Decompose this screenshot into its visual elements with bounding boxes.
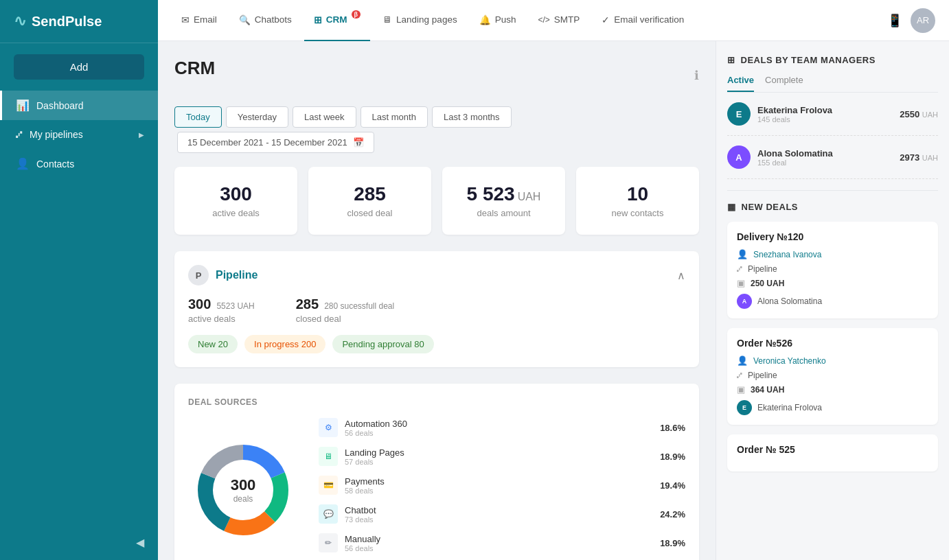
deal-sources-body: 300 deals ⚙ Automation 360 56 deals 1 (188, 418, 685, 560)
deal-delivery-120-title: Delivery №120 (737, 231, 928, 242)
topnav-push-label: Push (495, 14, 516, 25)
deal-pipeline-text-2: Pipeline (748, 371, 777, 380)
stat-active-deals: 300 active deals (174, 167, 297, 235)
topnav-landing-pages[interactable]: 🖥 Landing pages (373, 0, 467, 41)
deal-amount-row-2: ▣ 364 UAH (737, 384, 928, 395)
topnav-crm-label: CRM (326, 14, 347, 25)
deal-sources-card: DEAL SOURCES (174, 384, 699, 560)
deal-order-525: Order № 525 (727, 434, 938, 471)
badge-new[interactable]: New 20 (188, 335, 238, 353)
topnav-smtp-label: SMTP (554, 14, 580, 25)
topnav-chatbots-label: Chatbots (255, 14, 292, 25)
deal-contact-link[interactable]: Snezhana Ivanova (753, 250, 821, 259)
deals-by-managers-icon: ⊞ (727, 55, 735, 65)
right-divider-1 (727, 190, 938, 191)
sidebar-nav: 📊 Dashboard ⑇ My pipelines ▶ 👤 Contacts (0, 91, 158, 178)
deal-order-526: Order №526 👤 Veronica Yatchenko ⑇ Pipeli… (727, 328, 938, 425)
dashboard-icon: 📊 (16, 99, 30, 112)
stat-deals-amount: 5 523 UAH deals amount (442, 167, 565, 235)
topnav-email[interactable]: ✉ Email (172, 0, 227, 41)
collapse-button[interactable]: ◀ (136, 536, 144, 549)
topnav-push[interactable]: 🔔 Push (470, 0, 526, 41)
source-info-automation: Automation 360 56 deals (345, 419, 653, 437)
topnav-right: 📱 AR (887, 8, 935, 33)
pipeline-collapse-icon[interactable]: ∧ (677, 269, 685, 282)
donut-label: 300 deals (231, 476, 256, 504)
pipeline-closed-stat: 285 280 sucessfull deal closed deal (296, 296, 394, 324)
topnav-email-label: Email (194, 14, 217, 25)
crm-icon: ⊞ (314, 14, 322, 25)
main-area: ✉ Email 🔍 Chatbots ⊞ CRM β 🖥 Landing pag… (158, 0, 949, 560)
filter-last-month[interactable]: Last month (361, 106, 428, 128)
pipeline-stats: 300 5523 UAH active deals 285 280 sucess… (188, 296, 685, 324)
pipeline-name: Pipeline (216, 269, 258, 281)
source-info-manually: Manually 56 deals (345, 534, 653, 552)
assignee-avatar: A (737, 294, 752, 309)
sidebar-item-my-pipelines[interactable]: ⑇ My pipelines ▶ (0, 120, 158, 149)
stat-new-contacts: 10 new contacts (576, 167, 699, 235)
topnav: ✉ Email 🔍 Chatbots ⊞ CRM β 🖥 Landing pag… (158, 0, 949, 41)
calendar-icon: 📅 (353, 137, 364, 148)
donut-text: deals (231, 494, 256, 504)
chatbot-icon: 💬 (319, 504, 338, 524)
amount-icon-2: ▣ (737, 384, 745, 395)
pipeline-header: P Pipeline ∧ (188, 265, 685, 285)
email-verification-icon: ✓ (602, 14, 610, 25)
filter-last-week[interactable]: Last week (293, 106, 356, 128)
source-chatbot: 💬 Chatbot 73 deals 24.2% (319, 504, 685, 524)
closed-deals-label: closed deal (322, 208, 418, 218)
date-range-picker[interactable]: 15 December 2021 - 15 December 2021 📅 (177, 132, 374, 153)
manager-alona-info: Alona Solomatina 155 deal (757, 148, 893, 167)
source-payments: 💳 Payments 58 deals 19.4% (319, 476, 685, 495)
topnav-crm[interactable]: ⊞ CRM β (304, 0, 370, 41)
brand-name: SendPulse (32, 14, 102, 30)
sidebar-item-contacts-label: Contacts (36, 159, 74, 170)
new-deals-title-text: NEW DEALS (742, 202, 799, 212)
filter-last-3-months[interactable]: Last 3 months (432, 106, 512, 128)
sidebar-item-my-pipelines-label: My pipelines (30, 129, 83, 140)
filter-today[interactable]: Today (174, 106, 222, 128)
badge-pending-approval[interactable]: Pending approval 80 (332, 335, 433, 353)
sidebar-item-contacts[interactable]: 👤 Contacts (0, 149, 158, 178)
payments-icon: 💳 (319, 476, 338, 495)
topnav-email-verification[interactable]: ✓ Email verification (592, 0, 694, 41)
date-range-text: 15 December 2021 - 15 December 2021 (187, 137, 347, 148)
user-avatar[interactable]: AR (911, 8, 935, 33)
tab-active[interactable]: Active (727, 75, 754, 92)
pipeline-title-row: P Pipeline (188, 265, 258, 285)
amount-icon: ▣ (737, 278, 745, 288)
deal-pipeline-row: ⑇ Pipeline (737, 264, 928, 274)
deal-amount-text-2: 364 UAH (751, 385, 784, 395)
badge-in-progress[interactable]: In progress 200 (244, 335, 325, 353)
source-automation: ⚙ Automation 360 56 deals 18.6% (319, 418, 685, 437)
manager-alona: A Alona Solomatina 155 deal 2973 UAH (727, 145, 938, 179)
tab-complete[interactable]: Complete (765, 75, 803, 92)
pipelines-arrow-icon: ▶ (139, 131, 144, 139)
deal-contact-link-2[interactable]: Veronica Yatchenko (753, 356, 826, 366)
closed-deals-number: 285 (322, 183, 418, 205)
deal-assignee-row: A Alona Solomatina (737, 294, 928, 309)
source-info-landing-pages: Landing Pages 57 deals (345, 447, 653, 466)
deals-by-managers-section-title: ⊞ DEALS BY TEAM MANAGERS (727, 55, 938, 65)
new-deals-icon: ▦ (727, 202, 736, 212)
info-icon[interactable]: ℹ (694, 68, 699, 83)
sidebar-item-dashboard[interactable]: 📊 Dashboard (0, 91, 158, 120)
topnav-landing-pages-label: Landing pages (396, 14, 457, 25)
deal-sources-title: DEAL SOURCES (188, 397, 685, 407)
topnav-chatbots[interactable]: 🔍 Chatbots (229, 0, 301, 41)
topnav-email-verification-label: Email verification (614, 14, 684, 25)
chatbots-icon: 🔍 (239, 14, 251, 25)
deal-delivery-120: Delivery №120 👤 Snezhana Ivanova ⑇ Pipel… (727, 222, 938, 318)
add-button[interactable]: Add (14, 54, 144, 80)
tablet-icon[interactable]: 📱 (887, 13, 902, 28)
active-deals-label: active deals (188, 208, 284, 218)
contacts-icon: 👤 (16, 157, 30, 170)
automation-icon: ⚙ (319, 418, 338, 437)
donut-number: 300 (231, 476, 256, 494)
filter-yesterday[interactable]: Yesterday (226, 106, 288, 128)
team-tabs: Active Complete (727, 75, 938, 93)
source-info-payments: Payments 58 deals (345, 476, 653, 495)
deal-pipeline-row-2: ⑇ Pipeline (737, 370, 928, 380)
topnav-smtp[interactable]: </> SMTP (528, 0, 589, 41)
contact-icon-2: 👤 (737, 355, 748, 366)
